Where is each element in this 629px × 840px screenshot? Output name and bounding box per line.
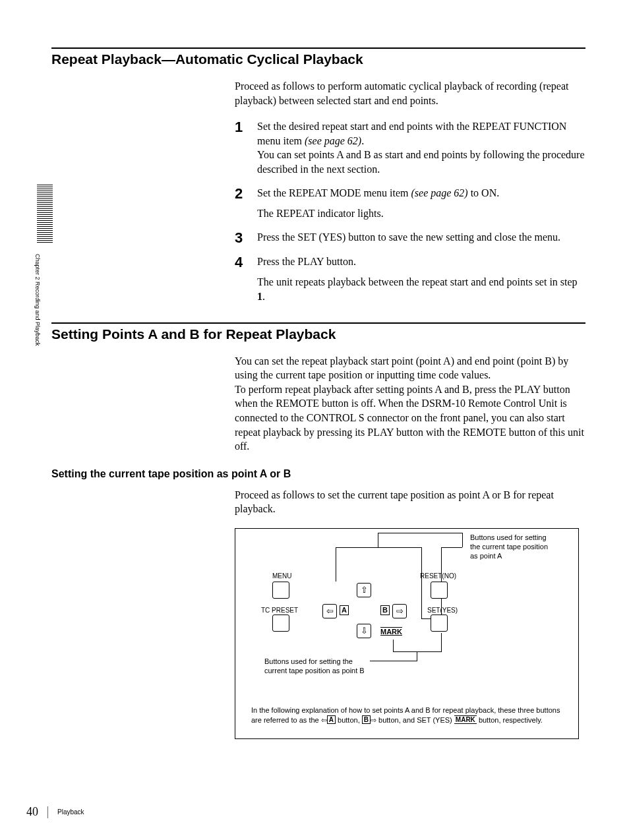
callout-line-a (336, 547, 421, 548)
callout-line-a (462, 533, 463, 547)
label-set-yes: SET(YES) (427, 607, 458, 614)
step-4: 4 Press the PLAY button. The unit repeat… (235, 255, 585, 304)
callout-line-b (441, 633, 442, 651)
text: button, respectively. (477, 716, 543, 724)
step-ref: 1 (257, 291, 262, 302)
text: Set the desired repeat start and end poi… (257, 121, 566, 146)
footer-section-title: Playback (57, 808, 84, 816)
label-tc-preset: TC PRESET (261, 607, 298, 614)
paragraph: You can set the repeat playback start po… (235, 354, 585, 454)
callout-b-text: Buttons used for setting the current tap… (264, 657, 370, 676)
steps-list: 1 Set the desired repeat start and end p… (235, 119, 585, 303)
key-a-inline: A (327, 715, 336, 724)
text: The unit repeats playback between the re… (257, 276, 578, 287)
key-b-inline: B (362, 715, 371, 724)
label-reset: RESET(NO) (420, 572, 456, 580)
key-b-label: B (380, 605, 390, 615)
text: button, and SET (YES) (376, 716, 454, 724)
callout-line-b (370, 661, 417, 661)
callout-line-a (336, 547, 336, 582)
substep: The REPEAT indicator lights. (257, 206, 585, 221)
chapter-marker (37, 185, 53, 244)
step-number: 3 (235, 230, 248, 245)
label-mark: MARK (380, 628, 402, 636)
page-footer: 40 Playback (26, 805, 84, 819)
diagram-note: In the following explanation of how to s… (251, 698, 562, 725)
step-body: Set the REPEAT MODE menu item (see page … (257, 186, 585, 221)
reset-button (431, 582, 448, 599)
page-ref: (see page 62) (305, 135, 361, 146)
main-content: Repeat Playback—Automatic Cyclical Playb… (51, 47, 585, 739)
text: You can set points A and B as start and … (257, 149, 585, 175)
step-number: 4 (235, 255, 248, 304)
step-1: 1 Set the desired repeat start and end p… (235, 119, 585, 176)
menu-button (272, 582, 289, 599)
callout-line-a (378, 533, 462, 533)
diagram-panel: Buttons used for setting the current tap… (251, 547, 562, 686)
callout-line-b (393, 651, 442, 652)
step-number: 2 (235, 186, 248, 221)
callout-line-a (378, 533, 378, 547)
intro-paragraph: Proceed as follows to perform automatic … (235, 79, 585, 107)
key-a-label: A (340, 605, 349, 615)
callout-line-a (441, 547, 462, 548)
step-2: 2 Set the REPEAT MODE menu item (see pag… (235, 186, 585, 221)
key-mark-inline: MARK (454, 715, 477, 724)
page-ref: (see page 62) (411, 187, 467, 198)
paragraph: Proceed as follows to set the current ta… (235, 488, 585, 516)
text: to ON. (468, 187, 500, 198)
step-body: Press the SET (YES) button to save the n… (257, 230, 585, 245)
tc-preset-button (272, 615, 289, 632)
callout-a-text: Buttons used for setting the current tap… (470, 533, 556, 561)
section-heading-repeat: Repeat Playback—Automatic Cyclical Playb… (51, 47, 585, 67)
arrow-right-button: ⇨ (392, 604, 407, 618)
button-diagram: Buttons used for setting the current tap… (235, 528, 579, 739)
label-menu: MENU (272, 572, 291, 580)
arrow-left-button: ⇦ (322, 604, 337, 618)
callout-line-a (421, 547, 422, 618)
step-number: 1 (235, 119, 248, 176)
callout-line-b (417, 651, 417, 661)
substep: The unit repeats playback between the re… (257, 275, 585, 303)
arrow-right-icon: ⇨ (371, 716, 376, 724)
chapter-label: Chapter 2 Recording and Playback (34, 254, 41, 346)
subheading-current-tape: Setting the current tape position as poi… (51, 468, 585, 480)
section-heading-points-ab: Setting Points A and B for Repeat Playba… (51, 322, 585, 342)
step-body: Set the desired repeat start and end poi… (257, 119, 585, 176)
step-3: 3 Press the SET (YES) button to save the… (235, 230, 585, 245)
section-2: Setting Points A and B for Repeat Playba… (51, 322, 585, 739)
text: . (361, 135, 364, 146)
text: button, (336, 716, 362, 724)
text: . (262, 291, 265, 302)
arrow-down-button: ⇩ (357, 624, 371, 638)
page-number: 40 (26, 805, 38, 819)
arrow-up-button: ⇧ (357, 583, 371, 597)
text: Press the PLAY button. (257, 256, 356, 267)
text: You can set the repeat playback start po… (235, 355, 568, 381)
callout-line-b (393, 640, 394, 651)
footer-separator (47, 806, 48, 818)
arrow-left-icon: ⇦ (321, 716, 327, 724)
text: Set the REPEAT MODE menu item (257, 187, 411, 198)
text: To perform repeat playback after setting… (235, 384, 584, 452)
step-body: Press the PLAY button. The unit repeats … (257, 255, 585, 304)
set-yes-button (431, 615, 448, 632)
